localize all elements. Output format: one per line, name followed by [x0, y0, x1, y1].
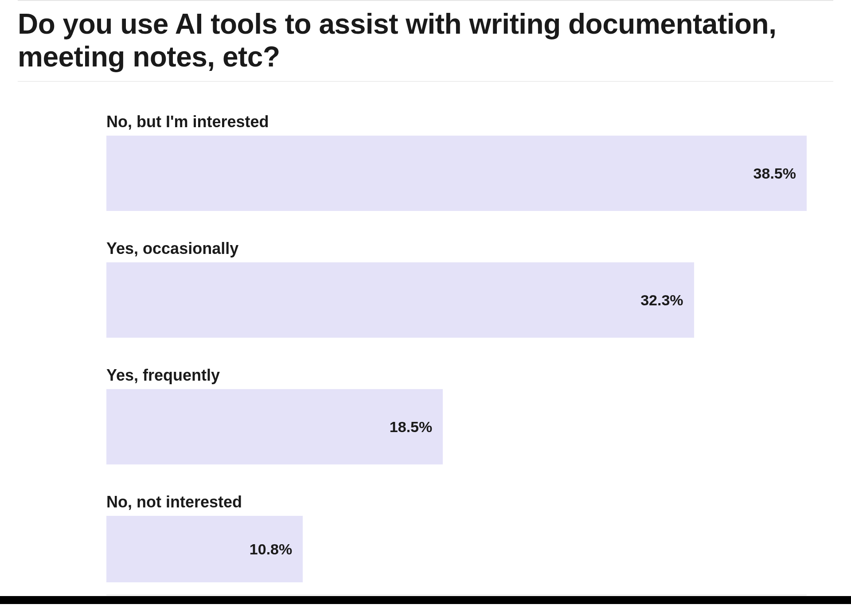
bar-track: 32.3% — [106, 262, 807, 338]
bar-value-label: 10.8% — [250, 541, 303, 558]
top-rule — [18, 0, 833, 1]
bar-fill: 32.3% — [106, 262, 694, 338]
bar-group: Yes, frequently 18.5% — [106, 366, 807, 464]
footer-strip — [0, 596, 851, 604]
chart-title: Do you use AI tools to assist with writi… — [18, 8, 833, 73]
bar-fill: 18.5% — [106, 389, 443, 464]
bar-group: No, not interested 10.8% — [106, 493, 807, 582]
bar-track: 18.5% — [106, 389, 807, 464]
bar-value-label: 32.3% — [640, 292, 694, 309]
bar-label: No, not interested — [106, 493, 807, 511]
bar-group: Yes, occasionally 32.3% — [106, 239, 807, 338]
axis-baseline — [106, 595, 807, 595]
bar-label: No, but I'm interested — [106, 113, 807, 131]
bar-track: 38.5% — [106, 136, 807, 211]
bar-value-label: 18.5% — [390, 418, 443, 436]
bar-fill: 38.5% — [106, 136, 807, 211]
bar-group: No, but I'm interested 38.5% — [106, 113, 807, 211]
bar-track: 10.8% — [106, 516, 807, 582]
bar-label: Yes, occasionally — [106, 239, 807, 258]
bar-value-label: 38.5% — [753, 165, 807, 182]
chart-container: Do you use AI tools to assist with writi… — [0, 0, 851, 595]
plot-area: No, but I'm interested 38.5% Yes, occasi… — [106, 113, 807, 582]
bar-label: Yes, frequently — [106, 366, 807, 385]
bar-fill: 10.8% — [106, 516, 303, 582]
title-underline — [18, 81, 833, 82]
